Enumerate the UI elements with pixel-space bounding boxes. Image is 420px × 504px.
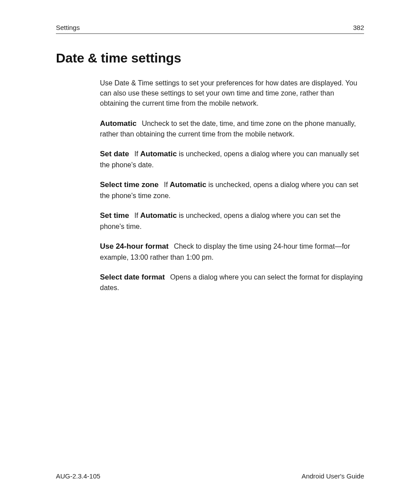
page-footer: AUG-2.3.4-105 Android User's Guide (56, 472, 364, 480)
definition-item: Set dateIf Automatic is unchecked, opens… (100, 149, 364, 170)
definition-desc-pre: If (134, 212, 140, 219)
page-header: Settings 382 (56, 24, 364, 34)
definition-desc: Uncheck to set the date, time, and time … (100, 120, 356, 138)
definition-desc-pre: If (134, 150, 140, 158)
definition-item: Set timeIf Automatic is unchecked, opens… (100, 210, 364, 232)
definition-item: AutomaticUncheck to set the date, time, … (100, 118, 364, 140)
footer-left: AUG-2.3.4-105 (56, 472, 100, 480)
document-page: Settings 382 Date & time settings Use Da… (0, 0, 420, 504)
definition-list: AutomaticUncheck to set the date, time, … (100, 118, 364, 293)
definition-desc-bold: Automatic (140, 150, 177, 158)
header-page-number: 382 (353, 24, 364, 31)
definition-term: Set date (100, 150, 129, 158)
definition-term: Select time zone (100, 180, 158, 189)
definition-desc-bold: Automatic (140, 211, 177, 220)
definition-desc-bold: Automatic (170, 180, 206, 189)
definition-term: Set time (100, 211, 129, 220)
definition-item: Select time zoneIf Automatic is unchecke… (100, 180, 364, 201)
header-section: Settings (56, 24, 80, 31)
definition-item: Select date formatOpens a dialog where y… (100, 272, 364, 293)
page-title: Date & time settings (56, 51, 364, 66)
definition-item: Use 24-hour formatCheck to display the t… (100, 241, 364, 262)
intro-paragraph: Use Date & Time settings to set your pre… (100, 78, 364, 109)
definition-term: Select date format (100, 273, 165, 281)
definition-desc-pre: If (164, 181, 169, 188)
page-content: Use Date & Time settings to set your pre… (56, 78, 364, 293)
footer-right: Android User's Guide (302, 472, 364, 480)
definition-term: Use 24-hour format (100, 242, 169, 250)
definition-term: Automatic (100, 119, 136, 128)
